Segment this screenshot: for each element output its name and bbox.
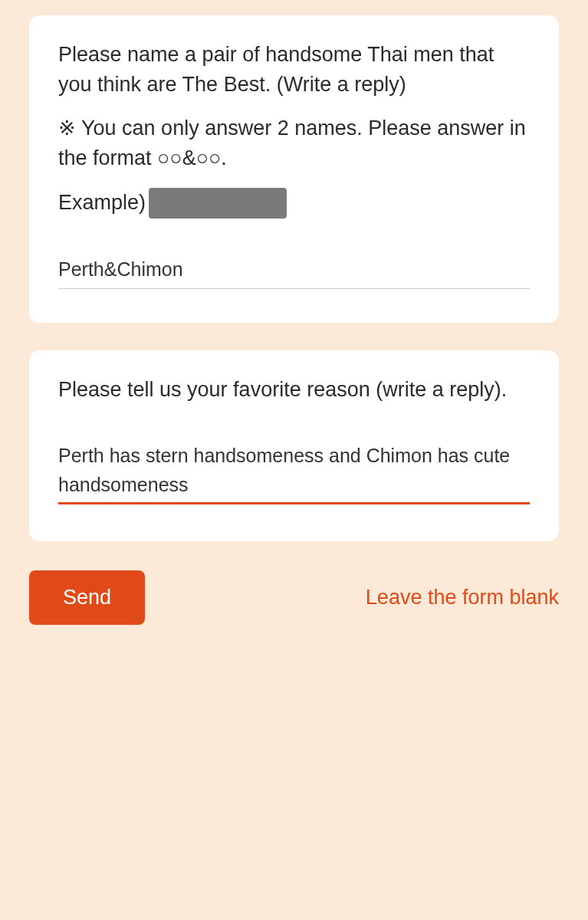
question-card: Please tell us your favorite reason (wri… [29,350,559,541]
clear-form-link[interactable]: Leave the form blank [366,586,559,610]
answer-input[interactable] [58,440,530,504]
question-text: Please name a pair of handsome Thai men … [58,40,530,219]
redacted-block [149,188,287,219]
question-paragraph: ※ You can only answer 2 names. Please an… [58,113,530,173]
send-button[interactable]: Send [29,570,145,625]
question-paragraph: Please name a pair of handsome Thai men … [58,40,530,100]
question-text: Please tell us your favorite reason (wri… [58,375,530,405]
question-paragraph: Please tell us your favorite reason (wri… [58,375,530,405]
example-line: Example) [58,188,530,219]
example-label: Example) [58,188,146,218]
answer-input[interactable] [58,254,530,290]
action-row: Send Leave the form blank [29,570,559,631]
question-card: Please name a pair of handsome Thai men … [29,15,559,323]
